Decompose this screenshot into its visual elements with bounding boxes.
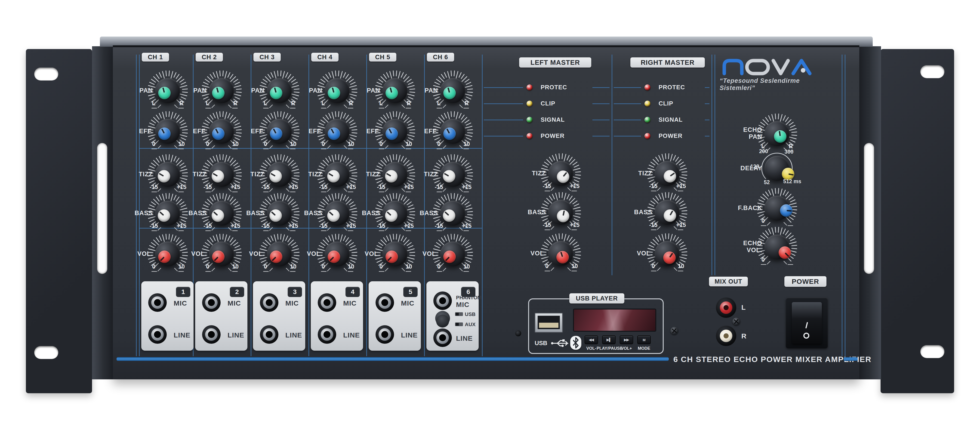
power-title-badge: POWER	[784, 276, 826, 287]
power-on-mark	[805, 322, 808, 328]
power-switch-bezel	[786, 298, 828, 348]
scale-bracket	[761, 264, 766, 265]
knob-label: F.BACK	[725, 204, 762, 211]
usb-player-display	[573, 309, 656, 332]
usb-button-mode[interactable]: M	[637, 335, 651, 344]
mix-out-title: MIX OUT	[714, 278, 742, 285]
knob-pointer-notch	[788, 173, 794, 175]
power-rocker-switch[interactable]	[792, 302, 822, 344]
power-title: POWER	[792, 277, 819, 285]
delay-scale-label: 200	[754, 148, 773, 155]
knob-label: ECHOVOL.	[725, 240, 762, 253]
usb-button-label: MODE	[632, 346, 656, 351]
usb-trident-icon	[551, 338, 569, 347]
knob-pointer-mount	[780, 204, 793, 217]
knob-pointer-mount	[773, 129, 788, 143]
knob-min-label: 0	[756, 217, 770, 224]
usb-button-vol[interactable]: ◀◀	[585, 335, 598, 344]
scale-bracket	[788, 264, 793, 265]
screw-head	[670, 327, 678, 335]
knob-min-label: 0	[756, 256, 770, 263]
usb-player-title-badge: USB PLAYER	[569, 293, 624, 303]
usb-label: USB	[535, 340, 547, 347]
rca-center-hole	[724, 333, 729, 338]
usb-port-tongue	[539, 323, 558, 328]
bottom-accent-dash	[843, 357, 858, 361]
delay-scale-label: 128	[746, 164, 764, 170]
usb-button-vol+[interactable]: ▶▶	[620, 335, 633, 344]
display-glare	[574, 309, 656, 332]
mixer-amplifier-photo: “Tepesound Seslendirme Sistemleri” CH 1P…	[0, 0, 980, 424]
mix-out-right-label: R	[741, 332, 751, 340]
delay-scale-label: 512 ms	[783, 179, 802, 185]
screw-head	[732, 317, 740, 325]
knob-label: ECHOPAN	[725, 126, 762, 140]
usb-port[interactable]	[535, 313, 563, 333]
knob-pointer-notch	[779, 131, 781, 136]
rca-jack-left	[716, 298, 736, 318]
usb-player-title: USB PLAYER	[576, 295, 618, 302]
mix-out-title-badge: MIX OUT	[709, 277, 748, 286]
knob-cap	[780, 204, 792, 217]
rca-center-hole	[724, 305, 729, 310]
delay-scale-label: 300	[780, 149, 798, 155]
knob-echo-vol[interactable]: ECHOVOL.0	[756, 226, 798, 268]
mix-out-left-label: L	[741, 303, 751, 311]
knob-delay[interactable]: DELAY20030012852512 ms	[756, 147, 798, 190]
rca-jack-right	[716, 326, 736, 346]
power-off-mark	[803, 333, 809, 339]
knob-cap	[774, 130, 786, 143]
usb-button-playpause[interactable]: ▶▌	[602, 335, 616, 344]
knob-fback[interactable]: F.BACK0	[756, 187, 798, 230]
model-label: 6 CH STEREO ECHO POWER MIXER AMPLIFIER	[673, 355, 872, 364]
ir-sensor-hole	[515, 330, 521, 336]
knob-cap	[779, 246, 791, 259]
usb-port-slot	[538, 316, 560, 329]
delay-scale-label: 52	[757, 179, 776, 185]
knob-pointer-notch	[787, 210, 792, 212]
knob-pointer-notch	[784, 252, 789, 257]
bottom-accent-stripe	[116, 357, 669, 361]
